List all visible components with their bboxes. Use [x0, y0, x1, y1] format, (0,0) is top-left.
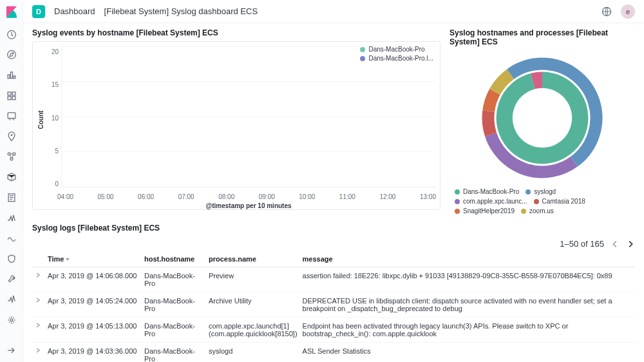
donut-legend: Dans-MacBook-Prosyslogdcom.apple.xpc.lau…: [450, 186, 635, 217]
main-area: D Dashboard [Filebeat System] Syslog das…: [23, 0, 644, 362]
expand-row-icon[interactable]: [35, 347, 41, 354]
panel-title: Syslog logs [Filebeat System] ECS: [32, 224, 635, 233]
recently-viewed-icon[interactable]: [6, 30, 17, 40]
table-row[interactable]: Apr 3, 2019 @ 14:06:08.000Dans-MacBook-P…: [32, 267, 635, 292]
svg-rect-4: [8, 96, 11, 99]
expand-row-icon[interactable]: [35, 297, 41, 303]
discover-icon[interactable]: [6, 50, 17, 60]
panel-title: Syslog hostnames and processes [Filebeat…: [450, 28, 635, 46]
sidebar-nav: [0, 0, 23, 362]
dev-tools-icon[interactable]: [6, 274, 17, 284]
uptime-icon[interactable]: [6, 233, 17, 243]
prev-page-icon[interactable]: [611, 240, 620, 249]
visualize-icon[interactable]: [6, 70, 17, 81]
management-icon[interactable]: [6, 315, 17, 325]
svg-point-12: [10, 319, 13, 321]
donut-chart[interactable]: [471, 50, 613, 186]
siem-icon[interactable]: [6, 254, 17, 264]
th-time[interactable]: Time: [45, 251, 142, 267]
space-badge[interactable]: D: [32, 5, 45, 18]
logs-icon[interactable]: [6, 193, 17, 203]
ml-icon[interactable]: [6, 151, 17, 162]
expand-row-icon[interactable]: [35, 322, 41, 329]
table-row[interactable]: Apr 3, 2019 @ 14:05:13.000Dans-MacBook-P…: [32, 318, 635, 343]
topbar: D Dashboard [Filebeat System] Syslog das…: [23, 0, 644, 23]
svg-rect-5: [12, 96, 15, 99]
next-page-icon[interactable]: [626, 240, 635, 249]
table-row[interactable]: Apr 3, 2019 @ 14:05:24.000Dans-MacBook-P…: [32, 292, 635, 318]
svg-point-7: [10, 134, 12, 136]
table-row[interactable]: Apr 3, 2019 @ 14:03:36.000Dans-MacBook-P…: [32, 343, 635, 363]
y-axis-label: Count: [37, 111, 44, 129]
apm-icon[interactable]: [6, 213, 17, 223]
avatar[interactable]: e: [621, 5, 635, 19]
page-range-text: 1–50 of 165: [560, 239, 604, 249]
newsfeed-icon[interactable]: [601, 6, 612, 17]
svg-point-8: [8, 153, 10, 155]
x-axis-label: @timestamp per 10 minutes: [57, 202, 440, 209]
svg-point-1: [7, 51, 15, 59]
x-axis: 04:0005:0006:0007:0008:0009:0010:0011:00…: [57, 193, 436, 200]
svg-point-9: [12, 153, 15, 155]
expand-row-icon[interactable]: [35, 272, 41, 278]
dashboard-content: Syslog events by hostname [Filebeat Syst…: [23, 23, 644, 362]
breadcrumb-current: [Filebeat System] Syslog dashboard ECS: [104, 6, 258, 16]
maps-icon[interactable]: [6, 131, 17, 142]
panel-bar-chart: Syslog events by hostname [Filebeat Syst…: [32, 28, 440, 217]
svg-rect-6: [8, 113, 15, 119]
monitoring-icon[interactable]: [6, 294, 17, 305]
infrastructure-icon[interactable]: [6, 172, 17, 182]
panel-donut-chart: Syslog hostnames and processes [Filebeat…: [450, 28, 635, 217]
panel-title: Syslog events by hostname [Filebeat Syst…: [32, 28, 440, 37]
th-proc[interactable]: process.name: [206, 251, 300, 267]
svg-rect-2: [8, 91, 11, 95]
syslog-table: Time host.hostname process.name message …: [32, 251, 635, 362]
table-pager: 1–50 of 165: [32, 236, 635, 251]
kibana-logo-icon[interactable]: [5, 5, 19, 19]
dashboard-icon[interactable]: [6, 91, 17, 101]
breadcrumb-dashboard[interactable]: Dashboard: [54, 6, 95, 16]
canvas-icon[interactable]: [6, 111, 17, 121]
chart-plot-area[interactable]: [61, 46, 436, 187]
chart-legend: Dans-MacBook-ProDans-MacBook-Pro.l...: [360, 46, 433, 64]
collapse-icon[interactable]: [6, 345, 17, 356]
th-host[interactable]: host.hostname: [142, 251, 206, 267]
panel-table: Syslog logs [Filebeat System] ECS 1–50 o…: [32, 224, 635, 362]
svg-rect-3: [12, 91, 15, 95]
th-msg[interactable]: message: [300, 251, 635, 267]
